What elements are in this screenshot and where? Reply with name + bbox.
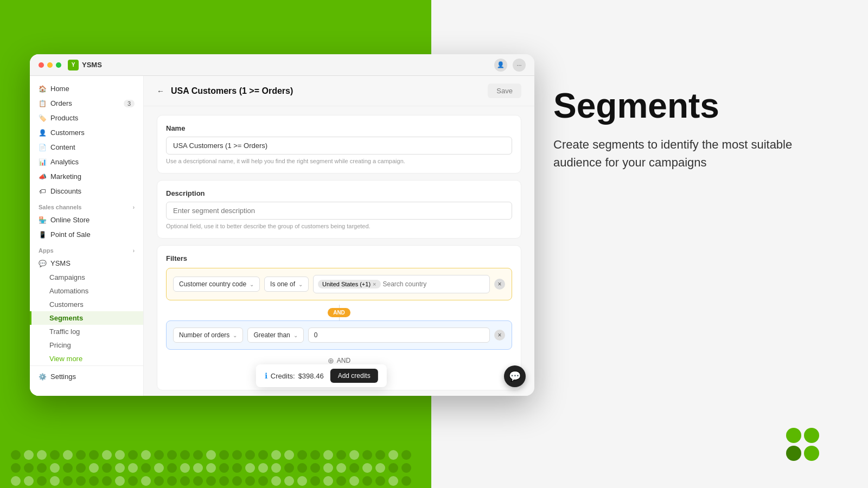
filter-operator-1-label: Is one of xyxy=(270,280,295,288)
name-hint: Use a descriptional name, it will help y… xyxy=(166,158,512,164)
sidebar-item-settings[interactable]: ⚙️ Settings xyxy=(30,369,143,384)
country-search-input[interactable] xyxy=(383,280,486,288)
decorative-dot xyxy=(219,476,229,486)
sidebar-item-online-store[interactable]: 🏪 Online Store xyxy=(30,213,143,227)
add-credits-button[interactable]: Add credits xyxy=(330,369,378,383)
more-icon[interactable]: ··· xyxy=(513,59,526,72)
right-panel-description: Create segments to identify the most sui… xyxy=(553,136,825,171)
credits-info: ℹ Credits: $398.46 xyxy=(265,371,324,380)
remove-filter-1-button[interactable]: × xyxy=(494,279,505,290)
decorative-dot xyxy=(310,450,320,460)
filter-value-1[interactable]: United States (+1) × xyxy=(313,275,490,293)
decorative-dot xyxy=(310,476,320,486)
subitem-customers-label: Customers xyxy=(49,300,84,309)
decorative-dot xyxy=(115,476,125,486)
decorative-dot xyxy=(63,476,73,486)
decorative-dot xyxy=(37,463,47,473)
decorative-dot xyxy=(297,450,307,460)
decorative-dot xyxy=(284,463,294,473)
decorative-dots xyxy=(0,445,434,488)
sidebar-subitem-customers[interactable]: Customers xyxy=(30,298,143,311)
filter-operator-1[interactable]: Is one of ⌄ xyxy=(264,277,309,292)
decorative-dot xyxy=(271,463,281,473)
maximize-dot[interactable] xyxy=(56,62,61,68)
decorative-dot xyxy=(375,450,385,460)
chat-icon: 💬 xyxy=(509,370,521,382)
decorative-dot xyxy=(24,476,34,486)
decorative-dot xyxy=(401,450,411,460)
sidebar-item-content[interactable]: 📄 Content xyxy=(30,140,143,155)
filter-field-2[interactable]: Number of orders ⌄ xyxy=(173,328,243,343)
subitem-segments-label: Segments xyxy=(49,314,83,322)
page-title: USA Customers (1 >= Orders) xyxy=(171,86,293,96)
decorative-dot xyxy=(219,463,229,473)
sidebar-subitem-automations[interactable]: Automations xyxy=(30,284,143,298)
sidebar-subitem-traffic-log[interactable]: Traffic log xyxy=(30,325,143,338)
sidebar-item-marketing[interactable]: 📣 Marketing xyxy=(30,169,143,184)
window-controls xyxy=(39,62,61,68)
decorative-dot xyxy=(310,463,320,473)
sidebar-item-home[interactable]: 🏠 Home xyxy=(30,81,143,96)
decorative-dot xyxy=(180,450,190,460)
content-icon: 📄 xyxy=(39,144,46,151)
sidebar-view-more[interactable]: View more xyxy=(30,352,143,365)
decorative-dot xyxy=(245,450,255,460)
sidebar-item-ysms[interactable]: 💬 YSMS xyxy=(30,256,143,271)
subitem-campaigns-label: Campaigns xyxy=(49,273,85,281)
sidebar-item-customers[interactable]: 👤 Customers xyxy=(30,125,143,140)
description-input[interactable] xyxy=(166,202,512,220)
decorative-dot xyxy=(102,450,112,460)
decorative-dot xyxy=(375,476,385,486)
country-tag-remove[interactable]: × xyxy=(373,281,376,287)
sidebar-item-point-of-sale[interactable]: 📱 Point of Sale xyxy=(30,227,143,242)
decorative-dot xyxy=(388,476,398,486)
sidebar-subitem-campaigns[interactable]: Campaigns xyxy=(30,271,143,284)
sidebar-label-orders: Orders xyxy=(50,99,72,107)
online-store-icon: 🏪 xyxy=(39,216,46,224)
filter-value-2[interactable]: 0 xyxy=(308,328,490,343)
name-input[interactable] xyxy=(166,137,512,155)
decorative-dot xyxy=(336,450,346,460)
sidebar-subitem-segments[interactable]: Segments xyxy=(30,311,143,325)
description-label: Description xyxy=(166,189,512,197)
sidebar-item-discounts[interactable]: 🏷 Discounts xyxy=(30,184,143,198)
save-button[interactable]: Save xyxy=(488,84,521,98)
filter-row-1: Customer country code ⌄ Is one of ⌄ Unit… xyxy=(173,275,505,293)
filter-field-2-chevron: ⌄ xyxy=(233,332,237,338)
filter-operator-2[interactable]: Greater than ⌄ xyxy=(247,328,303,343)
sidebar-subitem-pricing[interactable]: Pricing xyxy=(30,338,143,352)
sales-channels-expand-icon[interactable]: › xyxy=(133,204,135,210)
filter-field-1[interactable]: Customer country code ⌄ xyxy=(173,277,260,292)
sidebar-item-products[interactable]: 🏷️ Products xyxy=(30,111,143,125)
sales-channels-section: Sales channels › xyxy=(30,198,143,213)
decorative-dot xyxy=(323,450,333,460)
decorative-dot xyxy=(232,463,242,473)
description-card: Description Optional field, use it to be… xyxy=(157,180,521,239)
and-connector: AND xyxy=(166,305,512,320)
back-button[interactable]: ← USA Customers (1 >= Orders) xyxy=(157,86,293,96)
decorative-dot xyxy=(76,476,86,486)
decorative-dot xyxy=(349,450,359,460)
chat-button[interactable]: 💬 xyxy=(504,365,526,387)
decorative-dot xyxy=(115,463,125,473)
decorative-dot xyxy=(128,450,138,460)
credits-bar: ℹ Credits: $398.46 Add credits xyxy=(256,364,387,387)
sidebar-item-analytics[interactable]: 📊 Analytics xyxy=(30,155,143,169)
brand-dot-1 xyxy=(786,428,801,443)
decorative-dot xyxy=(232,450,242,460)
back-icon: ← xyxy=(157,87,164,95)
user-icon[interactable]: 👤 xyxy=(494,59,507,72)
decorative-dot xyxy=(63,463,73,473)
close-dot[interactable] xyxy=(39,62,44,68)
sidebar-item-orders[interactable]: 📋 Orders 3 xyxy=(30,96,143,111)
decorative-dot xyxy=(141,450,151,460)
products-icon: 🏷️ xyxy=(39,114,46,122)
apps-expand-icon[interactable]: › xyxy=(133,248,135,254)
brand-dot-4 xyxy=(804,446,819,461)
minimize-dot[interactable] xyxy=(47,62,53,68)
remove-filter-2-button[interactable]: × xyxy=(494,330,505,341)
app-window: Y YSMS 👤 ··· 🏠 Home 📋 Orders 3 🏷️ Produc… xyxy=(30,54,534,396)
decorative-dot xyxy=(180,463,190,473)
decorative-dot xyxy=(193,463,203,473)
decorative-dot xyxy=(63,450,73,460)
